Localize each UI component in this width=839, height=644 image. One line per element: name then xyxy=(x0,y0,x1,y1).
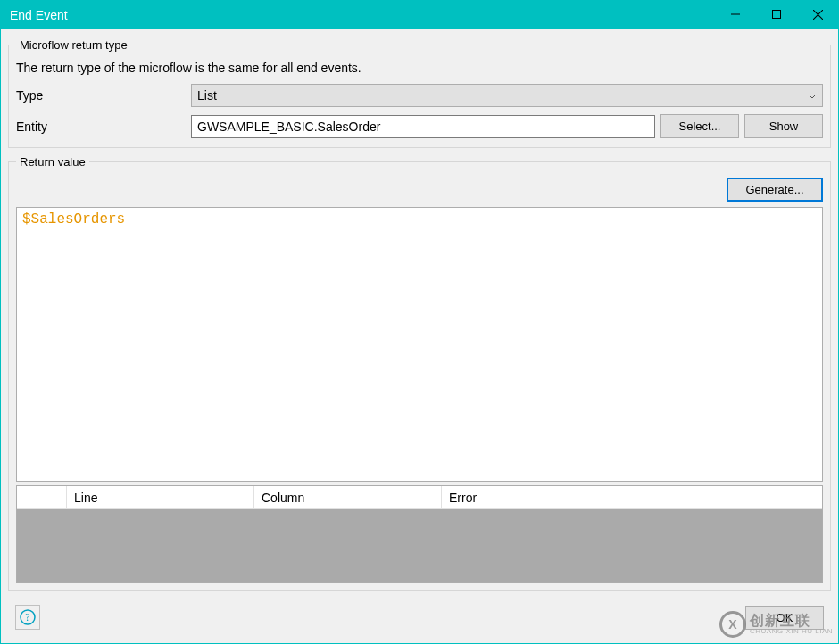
type-select[interactable]: List xyxy=(191,84,823,107)
return-type-description: The return type of the microflow is the … xyxy=(16,61,823,75)
svg-rect-1 xyxy=(773,11,781,19)
error-header-error[interactable]: Error xyxy=(442,486,822,509)
return-value-group: Return value Generate... $SalesOrders Li… xyxy=(8,155,831,591)
help-button[interactable]: ? xyxy=(15,605,40,630)
close-button[interactable] xyxy=(797,1,838,28)
ok-button[interactable]: OK xyxy=(745,606,824,630)
return-type-group: Microflow return type The return type of… xyxy=(8,38,831,148)
minimize-button[interactable] xyxy=(715,1,756,28)
error-table-body xyxy=(17,509,822,582)
select-entity-button[interactable]: Select... xyxy=(660,114,739,138)
error-table: Line Column Error xyxy=(16,485,823,583)
titlebar: End Event xyxy=(1,1,838,29)
dialog-content: Microflow return type The return type of… xyxy=(1,29,838,643)
error-header-blank xyxy=(17,486,67,509)
entity-row: Entity Select... Show xyxy=(16,114,823,138)
window-controls xyxy=(715,1,838,29)
maximize-button[interactable] xyxy=(756,1,797,28)
entity-input[interactable] xyxy=(191,115,655,138)
error-header-column[interactable]: Column xyxy=(254,486,442,509)
error-table-header: Line Column Error xyxy=(17,486,822,509)
type-label: Type xyxy=(16,88,186,103)
return-value-legend: Return value xyxy=(16,155,89,169)
type-row: Type List xyxy=(16,84,823,107)
svg-text:?: ? xyxy=(25,611,29,623)
bottom-bar: ? OK xyxy=(8,599,831,636)
window-title: End Event xyxy=(10,8,68,22)
generate-button[interactable]: Generate... xyxy=(727,178,823,202)
error-header-line[interactable]: Line xyxy=(67,486,254,509)
dialog-window: End Event Microflow return type The retu… xyxy=(0,0,839,644)
entity-label: Entity xyxy=(16,120,186,134)
return-type-legend: Microflow return type xyxy=(16,38,131,52)
show-entity-button[interactable]: Show xyxy=(744,114,823,138)
generate-row: Generate... xyxy=(16,178,823,202)
expression-editor[interactable]: $SalesOrders xyxy=(16,207,823,482)
chevron-down-icon xyxy=(808,91,817,101)
type-select-value: List xyxy=(197,88,217,103)
